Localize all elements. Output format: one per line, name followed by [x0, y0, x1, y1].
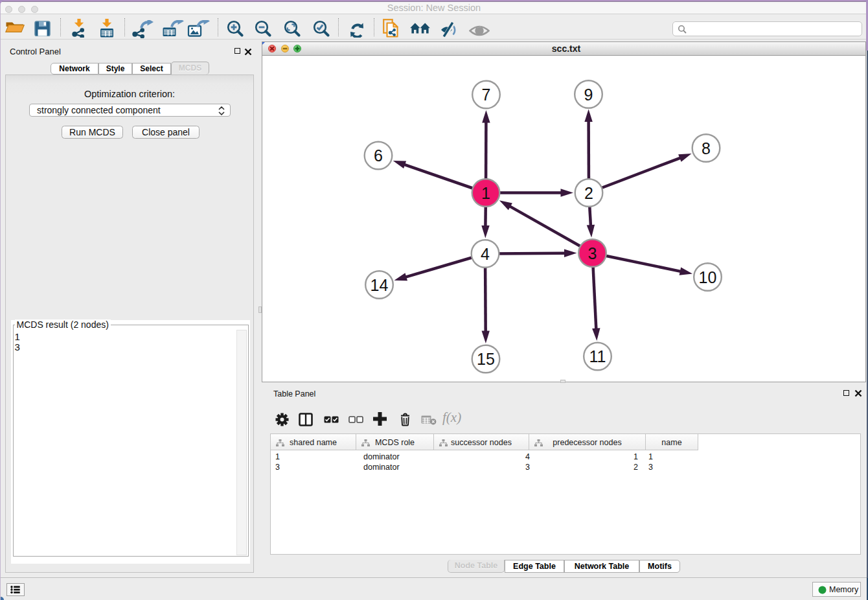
- svg-text:14: 14: [371, 276, 389, 294]
- svg-text:1: 1: [481, 184, 490, 202]
- svg-text:7: 7: [482, 86, 491, 104]
- svg-text:4: 4: [481, 245, 490, 263]
- svg-text:11: 11: [589, 347, 606, 365]
- svg-text:3: 3: [588, 244, 597, 262]
- svg-text:10: 10: [699, 268, 717, 286]
- svg-text:8: 8: [702, 139, 711, 157]
- svg-text:2: 2: [584, 184, 593, 202]
- svg-text:9: 9: [584, 86, 593, 104]
- svg-text:15: 15: [477, 350, 495, 368]
- svg-text:6: 6: [374, 146, 383, 165]
